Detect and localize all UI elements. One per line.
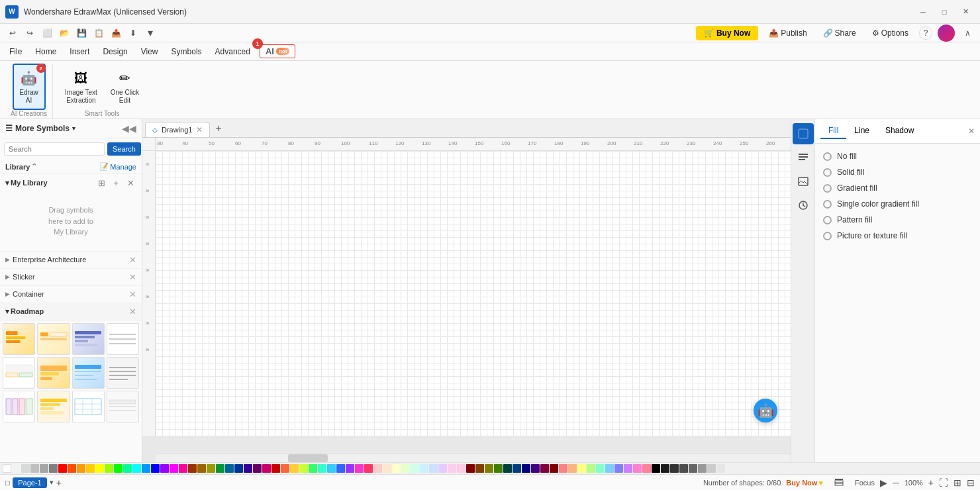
- fit-width-button[interactable]: ⊟: [967, 477, 975, 488]
- add-page-button[interactable]: +: [56, 477, 62, 488]
- color-swatch[interactable]: [151, 464, 160, 473]
- color-swatch[interactable]: [142, 464, 150, 473]
- color-swatch[interactable]: [309, 464, 317, 473]
- pattern-fill-radio[interactable]: [823, 216, 832, 224]
- minimize-button[interactable]: ─: [914, 5, 932, 19]
- template-button[interactable]: 📋: [91, 26, 106, 40]
- close-button[interactable]: ✕: [956, 5, 975, 19]
- color-swatch[interactable]: [86, 464, 95, 473]
- gradient-fill-radio[interactable]: [823, 184, 832, 193]
- roadmap-thumb-2[interactable]: [37, 323, 70, 355]
- page1-tab[interactable]: Page-1: [13, 477, 46, 488]
- roadmap-thumb-10[interactable]: [37, 391, 70, 422]
- color-swatch[interactable]: [531, 464, 540, 473]
- fill-tab[interactable]: Fill: [820, 123, 846, 139]
- color-swatch[interactable]: [355, 464, 364, 473]
- color-swatch[interactable]: [123, 464, 132, 473]
- menu-advanced[interactable]: Advanced: [209, 45, 257, 58]
- container-item[interactable]: ▶ Container ✕: [0, 286, 142, 303]
- color-swatch[interactable]: [503, 464, 512, 473]
- color-swatch[interactable]: [132, 464, 141, 473]
- roadmap-thumb-7[interactable]: [72, 357, 105, 389]
- color-swatch[interactable]: [244, 464, 252, 473]
- color-swatch[interactable]: [642, 464, 651, 473]
- fullscreen-button[interactable]: ⊞: [954, 477, 961, 488]
- color-swatch[interactable]: [577, 464, 586, 473]
- image-text-extraction-button[interactable]: 🖼 Image TextExtraction: [60, 65, 103, 109]
- remove-library-button[interactable]: ✕: [124, 177, 136, 189]
- edraw-ai-button[interactable]: 2 🤖 EdrawAI: [13, 64, 46, 110]
- maximize-button[interactable]: □: [935, 5, 954, 19]
- color-swatch[interactable]: [3, 464, 11, 473]
- pattern-fill-option[interactable]: Pattern fill: [823, 215, 972, 224]
- buy-now-status-button[interactable]: Buy Now ♥: [786, 479, 823, 487]
- drawing1-tab[interactable]: ◇ Drawing1 ✕: [145, 122, 210, 137]
- roadmap-thumb-12[interactable]: [107, 391, 139, 422]
- color-swatch[interactable]: [568, 464, 577, 473]
- color-swatch[interactable]: [485, 464, 493, 473]
- color-swatch[interactable]: [253, 464, 262, 473]
- search-input[interactable]: [4, 142, 105, 156]
- color-swatch[interactable]: [364, 464, 373, 473]
- format-panel-icon[interactable]: [793, 147, 814, 168]
- color-swatch[interactable]: [475, 464, 484, 473]
- color-swatch[interactable]: [95, 464, 104, 473]
- color-swatch[interactable]: [299, 464, 308, 473]
- no-fill-radio[interactable]: [823, 152, 832, 161]
- color-swatch[interactable]: [68, 464, 76, 473]
- color-swatch[interactable]: [105, 464, 113, 473]
- color-swatch[interactable]: [179, 464, 187, 473]
- manage-link[interactable]: 📝 Manage: [99, 162, 136, 171]
- color-swatch[interactable]: [12, 464, 21, 473]
- add-tab-button[interactable]: +: [210, 120, 226, 137]
- new-collection-button[interactable]: ⊞: [95, 177, 107, 189]
- color-swatch[interactable]: [40, 464, 48, 473]
- color-swatch[interactable]: [522, 464, 530, 473]
- remove-enterprise-button[interactable]: ✕: [129, 255, 136, 265]
- add-to-library-button[interactable]: +: [110, 177, 122, 189]
- roadmap-thumb-1[interactable]: [3, 323, 35, 355]
- solid-fill-option[interactable]: Solid fill: [823, 168, 972, 177]
- gradient-fill-option[interactable]: Gradient fill: [823, 183, 972, 193]
- color-swatch[interactable]: [262, 464, 271, 473]
- search-button[interactable]: Search: [107, 142, 141, 156]
- color-swatch[interactable]: [559, 464, 567, 473]
- undo-button[interactable]: ↩: [5, 26, 20, 40]
- quicksave-button[interactable]: ⬇: [126, 26, 140, 40]
- color-swatch[interactable]: [49, 464, 58, 473]
- zoom-out-button[interactable]: ─: [893, 477, 899, 488]
- layers-button[interactable]: [828, 472, 850, 491]
- picture-texture-option[interactable]: Picture or texture fill: [823, 231, 972, 240]
- color-swatch[interactable]: [373, 464, 382, 473]
- open-button[interactable]: 📂: [57, 26, 72, 40]
- enterprise-architecture-item[interactable]: ▶ Enterprise Architecture ✕: [0, 252, 142, 269]
- help-button[interactable]: ?: [919, 26, 932, 40]
- publish-button[interactable]: 📤 Publish: [763, 26, 812, 40]
- save-button[interactable]: 💾: [74, 26, 89, 40]
- menu-symbols[interactable]: Symbols: [165, 45, 209, 58]
- menu-view[interactable]: View: [134, 45, 165, 58]
- color-swatch[interactable]: [392, 464, 401, 473]
- color-swatch[interactable]: [271, 464, 280, 473]
- color-swatch[interactable]: [234, 464, 243, 473]
- no-fill-option[interactable]: No fill: [823, 152, 972, 161]
- zoom-in-button[interactable]: +: [928, 477, 934, 488]
- color-swatch[interactable]: [197, 464, 206, 473]
- panel-collapse-button[interactable]: ◀◀: [122, 123, 136, 134]
- color-swatch[interactable]: [336, 464, 345, 473]
- color-swatch[interactable]: [290, 464, 299, 473]
- color-swatch[interactable]: [21, 464, 30, 473]
- color-swatch[interactable]: [513, 464, 521, 473]
- horizontal-scrollbar[interactable]: [156, 453, 791, 462]
- buy-now-header-button[interactable]: 🛒 Buy Now: [696, 26, 758, 40]
- shadow-tab[interactable]: Shadow: [877, 123, 922, 139]
- color-swatch[interactable]: [401, 464, 410, 473]
- color-swatch[interactable]: [225, 464, 234, 473]
- color-swatch[interactable]: [448, 464, 456, 473]
- color-swatch[interactable]: [457, 464, 466, 473]
- close-tab-button[interactable]: ✕: [196, 125, 203, 134]
- play-button[interactable]: ▶: [880, 477, 887, 488]
- single-color-gradient-radio[interactable]: [823, 200, 832, 209]
- menu-ai[interactable]: 1 AI hot: [260, 44, 295, 58]
- roadmap-thumb-3[interactable]: [72, 323, 105, 355]
